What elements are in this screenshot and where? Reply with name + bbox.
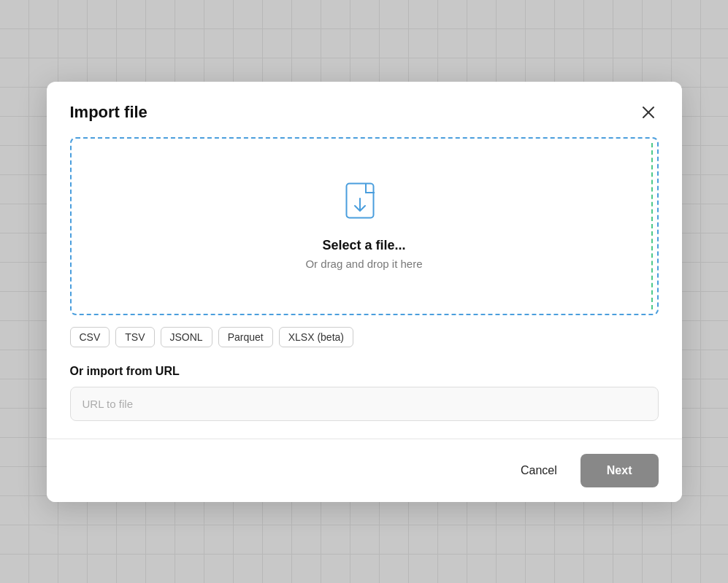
file-download-icon bbox=[345, 182, 383, 226]
close-icon bbox=[641, 105, 656, 120]
modal-overlay: Import file Select a file... Or drag and… bbox=[0, 0, 728, 583]
file-type-parquet[interactable]: Parquet bbox=[218, 327, 273, 347]
file-type-jsonl[interactable]: JSONL bbox=[161, 327, 212, 347]
import-url-section: Or import from URL bbox=[70, 365, 659, 421]
file-type-csv[interactable]: CSV bbox=[70, 327, 110, 347]
modal-title: Import file bbox=[70, 103, 147, 122]
modal-body: Select a file... Or drag and drop it her… bbox=[47, 137, 682, 439]
cancel-button[interactable]: Cancel bbox=[509, 457, 569, 484]
import-file-modal: Import file Select a file... Or drag and… bbox=[47, 82, 682, 502]
drop-zone[interactable]: Select a file... Or drag and drop it her… bbox=[70, 137, 659, 315]
file-type-tsv[interactable]: TSV bbox=[115, 327, 154, 347]
close-button[interactable] bbox=[638, 102, 659, 123]
file-type-xlsx[interactable]: XLSX (beta) bbox=[279, 327, 353, 347]
import-url-label: Or import from URL bbox=[70, 365, 659, 378]
next-button[interactable]: Next bbox=[581, 454, 659, 487]
dropzone-subtitle: Or drag and drop it here bbox=[305, 258, 422, 270]
file-types-list: CSV TSV JSONL Parquet XLSX (beta) bbox=[70, 327, 659, 347]
modal-footer: Cancel Next bbox=[47, 439, 682, 502]
dropzone-title: Select a file... bbox=[322, 238, 405, 253]
modal-header: Import file bbox=[47, 82, 682, 137]
url-input[interactable] bbox=[70, 387, 659, 421]
